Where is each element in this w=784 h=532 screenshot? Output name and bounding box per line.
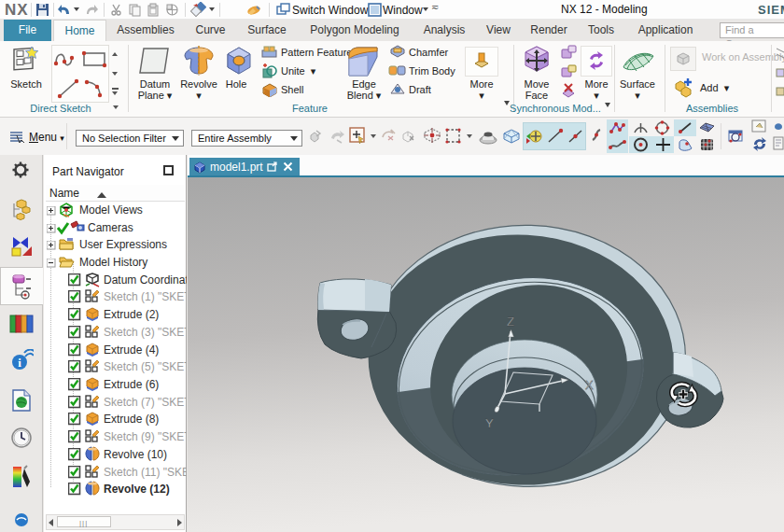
svg-text:Y: Y — [485, 416, 494, 430]
svg-text:X: X — [585, 378, 594, 392]
svg-text:i: i — [18, 356, 21, 370]
svg-text:Z: Z — [507, 315, 514, 329]
